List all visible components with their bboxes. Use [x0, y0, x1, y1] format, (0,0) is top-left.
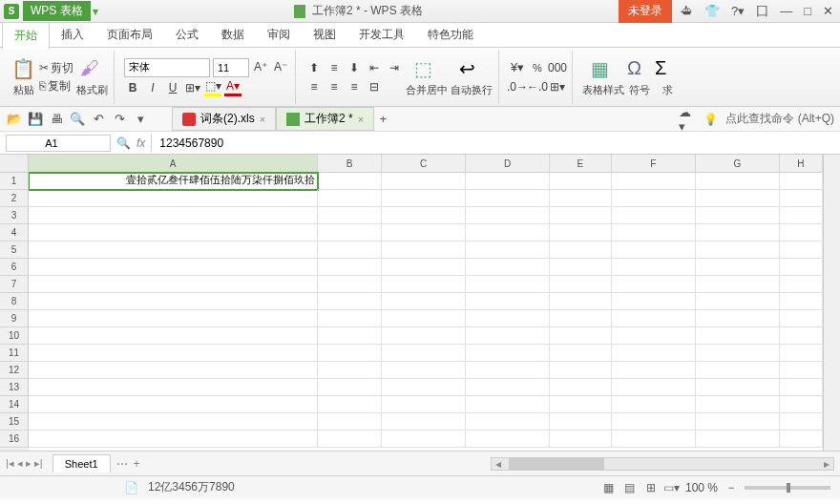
symbols-button[interactable]: Ω 符号: [627, 57, 652, 97]
view-page-icon[interactable]: ▤: [622, 480, 638, 495]
close-tab-icon[interactable]: ×: [358, 114, 364, 125]
sum-button[interactable]: Σ 求: [655, 57, 680, 97]
maximize-icon[interactable]: □: [801, 4, 814, 18]
save-icon[interactable]: 💾: [27, 111, 44, 128]
menu-tab-0[interactable]: 开始: [2, 22, 50, 50]
cell-H2[interactable]: [780, 190, 823, 207]
cell-D7[interactable]: [466, 276, 550, 293]
cell-G2[interactable]: [696, 190, 780, 207]
cell-F13[interactable]: [612, 379, 696, 396]
cell-G8[interactable]: [696, 293, 780, 310]
font-size-select[interactable]: [213, 58, 249, 77]
close-tab-icon[interactable]: ×: [260, 114, 265, 125]
cell-E1[interactable]: [550, 173, 612, 190]
sheet-menu-icon[interactable]: ⋯: [116, 457, 128, 471]
indent-left-icon[interactable]: ⇤: [366, 59, 383, 76]
search-icon[interactable]: 🔍: [116, 136, 131, 150]
view-pagebreak-icon[interactable]: ⊞: [643, 480, 659, 495]
cell-H11[interactable]: [780, 345, 823, 362]
cell-H15[interactable]: [780, 413, 823, 430]
select-all-corner[interactable]: [0, 155, 29, 173]
cell-G15[interactable]: [696, 413, 780, 430]
underline-button[interactable]: U: [164, 79, 181, 96]
col-header-G[interactable]: G: [696, 155, 780, 173]
cell-C13[interactable]: [382, 379, 466, 396]
add-tab-icon[interactable]: +: [374, 111, 391, 128]
cell-F8[interactable]: [612, 293, 696, 310]
cell-E4[interactable]: [550, 224, 612, 242]
cell-H12[interactable]: [780, 362, 823, 379]
cell-A11[interactable]: [29, 345, 318, 362]
col-header-B[interactable]: B: [318, 155, 382, 173]
cell-H7[interactable]: [780, 276, 823, 293]
last-sheet-icon[interactable]: ▸|: [34, 457, 43, 470]
number-format-icon[interactable]: ⊞▾: [549, 78, 566, 95]
cell-A16[interactable]: [29, 430, 318, 448]
prev-sheet-icon[interactable]: ◂: [17, 457, 23, 470]
cell-H5[interactable]: [780, 242, 823, 259]
cell-D15[interactable]: [466, 413, 550, 430]
col-header-H[interactable]: H: [780, 155, 823, 173]
cell-D1[interactable]: [466, 173, 550, 190]
decrease-decimal-icon[interactable]: ←.0: [529, 78, 546, 95]
cell-C5[interactable]: [382, 242, 466, 259]
cell-C15[interactable]: [382, 413, 466, 430]
fill-color-button[interactable]: ⬚▾: [204, 79, 221, 96]
next-sheet-icon[interactable]: ▸: [26, 457, 32, 470]
bold-button[interactable]: B: [124, 79, 141, 96]
col-header-C[interactable]: C: [382, 155, 466, 173]
cell-D6[interactable]: [466, 259, 550, 276]
cell-E16[interactable]: [550, 430, 612, 448]
cell-A10[interactable]: [29, 327, 318, 345]
cell-G5[interactable]: [696, 242, 780, 259]
help-icon[interactable]: ?▾: [728, 4, 747, 18]
col-header-F[interactable]: F: [612, 155, 696, 173]
cell-H9[interactable]: [780, 310, 823, 327]
cell-E14[interactable]: [550, 396, 612, 413]
horizontal-scrollbar[interactable]: ◂ ▸: [491, 457, 834, 471]
scroll-right-icon[interactable]: ▸: [824, 457, 830, 471]
cell-D4[interactable]: [466, 224, 550, 242]
align-center-icon[interactable]: ≡: [326, 78, 343, 95]
cell-D3[interactable]: [466, 207, 550, 224]
cell-F14[interactable]: [612, 396, 696, 413]
cell-E12[interactable]: [550, 362, 612, 379]
cell-E6[interactable]: [550, 259, 612, 276]
cell-B11[interactable]: [318, 345, 382, 362]
cell-E7[interactable]: [550, 276, 612, 293]
doc-tab-2[interactable]: 工作簿2 * ×: [276, 107, 374, 131]
lightbulb-icon[interactable]: 💡: [704, 113, 718, 126]
cell-A6[interactable]: [29, 259, 318, 276]
row-header-12[interactable]: 12: [0, 362, 29, 379]
menu-tab-3[interactable]: 公式: [164, 22, 210, 48]
menu-tab-5[interactable]: 审阅: [256, 22, 302, 48]
copy-button[interactable]: ⎘复制: [39, 78, 74, 94]
login-button[interactable]: 未登录: [619, 0, 672, 23]
cell-D5[interactable]: [466, 242, 550, 259]
cell-B4[interactable]: [318, 224, 382, 242]
table-style-button[interactable]: ▦ 表格样式: [582, 57, 624, 97]
cell-H8[interactable]: [780, 293, 823, 310]
increase-decimal-icon[interactable]: .0→: [509, 78, 526, 95]
zoom-thumb[interactable]: [787, 483, 790, 493]
cell-H13[interactable]: [780, 379, 823, 396]
cell-F15[interactable]: [612, 413, 696, 430]
cell-C9[interactable]: [382, 310, 466, 327]
cell-F12[interactable]: [612, 362, 696, 379]
print-icon[interactable]: 🖶: [48, 111, 65, 128]
zoom-out-icon[interactable]: −: [724, 480, 739, 495]
cell-B5[interactable]: [318, 242, 382, 259]
cell-G11[interactable]: [696, 345, 780, 362]
vertical-scrollbar[interactable]: [823, 155, 840, 451]
scrollbar-thumb[interactable]: [509, 458, 604, 470]
add-sheet-icon[interactable]: +: [134, 457, 140, 471]
row-header-1[interactable]: 1: [0, 173, 29, 190]
row-header-16[interactable]: 16: [0, 430, 29, 448]
cell-G10[interactable]: [696, 327, 780, 345]
row-header-11[interactable]: 11: [0, 345, 29, 362]
format-painter-button[interactable]: 🖌 格式刷: [76, 57, 108, 97]
cell-D16[interactable]: [466, 430, 550, 448]
qat-dropdown-icon[interactable]: ▾: [132, 111, 149, 128]
cell-C7[interactable]: [382, 276, 466, 293]
view-normal-icon[interactable]: ▦: [601, 480, 617, 495]
